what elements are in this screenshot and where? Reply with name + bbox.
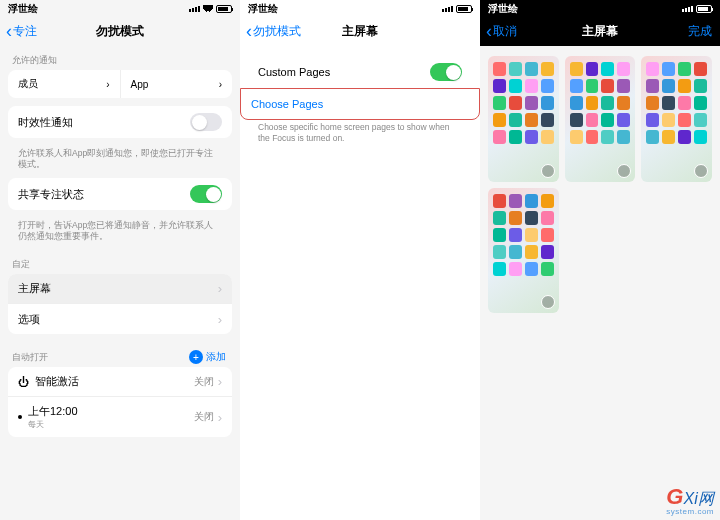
carrier-label: 浮世绘 <box>8 2 38 16</box>
toggle-time-sensitive[interactable] <box>190 113 222 131</box>
cancel-button[interactable]: 取消 <box>486 22 517 40</box>
home-screen-grid <box>480 46 720 323</box>
status-icons <box>189 5 232 13</box>
row-options[interactable]: 选项› <box>8 304 232 334</box>
custom-card: 主屏幕› 选项› <box>8 274 232 334</box>
section-auto-on: 自动打开 +添加 <box>0 342 240 367</box>
home-page-thumb-1[interactable] <box>488 56 559 182</box>
battery-icon <box>216 5 232 13</box>
share-status-desc: 打开时，告诉App您已将通知静音，并允许联系人仍然通知您重要事件。 <box>0 218 240 250</box>
select-circle-icon[interactable] <box>541 164 555 178</box>
custom-pages-card: Custom Pages <box>248 56 472 88</box>
signal-icon <box>442 6 453 12</box>
chevron-right-icon: › <box>218 410 222 425</box>
page-title: 主屏幕 <box>582 23 618 40</box>
row-home-screen[interactable]: 主屏幕› <box>8 274 232 304</box>
page-title: 主屏幕 <box>342 23 378 40</box>
chevron-right-icon: › <box>218 281 222 296</box>
battery-icon <box>456 5 472 13</box>
signal-icon <box>189 6 200 12</box>
nav-header: 专注 勿扰模式 <box>0 16 240 46</box>
share-status-card: 共享专注状态 <box>8 178 232 210</box>
phone-page-picker: 浮世绘 取消 主屏幕 完成 <box>480 0 720 520</box>
row-custom-pages[interactable]: Custom Pages <box>248 56 472 88</box>
status-bar: 浮世绘 <box>240 0 480 16</box>
choose-pages-card-highlighted: Choose Pages <box>240 88 480 120</box>
dot-icon <box>18 415 22 419</box>
row-share-status[interactable]: 共享专注状态 <box>8 178 232 210</box>
wifi-icon <box>203 5 213 13</box>
row-schedule[interactable]: 上午12:00每天 关闭› <box>8 397 232 437</box>
power-icon: ⏻ <box>18 376 29 388</box>
time-sensitive-card: 时效性通知 <box>8 106 232 138</box>
status-icons <box>682 5 712 13</box>
status-icons <box>442 5 472 13</box>
time-sensitive-desc: 允许联系人和App即刻通知您，即使您已打开专注模式。 <box>0 146 240 178</box>
status-bar: 浮世绘 <box>480 0 720 16</box>
toggle-share-status[interactable] <box>190 185 222 203</box>
phone-focus-settings: 浮世绘 专注 勿扰模式 允许的通知 成员› App› 时效性通知 允许联系人和A… <box>0 0 240 520</box>
page-title: 勿扰模式 <box>96 23 144 40</box>
phone-home-screen-settings: 浮世绘 勿扰模式 主屏幕 Custom Pages Choose Pages C… <box>240 0 480 520</box>
chevron-right-icon: › <box>218 374 222 389</box>
home-page-thumb-2[interactable] <box>565 56 636 182</box>
row-members[interactable]: 成员› <box>8 70 121 98</box>
home-page-thumb-3[interactable] <box>641 56 712 182</box>
allowed-card: 成员› App› <box>8 70 232 98</box>
row-smart-activate[interactable]: ⏻智能激活关闭› <box>8 367 232 397</box>
section-allowed-notifications: 允许的通知 <box>0 46 240 70</box>
back-button[interactable]: 勿扰模式 <box>246 22 301 40</box>
select-circle-icon[interactable] <box>541 295 555 309</box>
chevron-right-icon: › <box>218 312 222 327</box>
home-page-thumb-4[interactable] <box>488 188 559 314</box>
select-circle-icon[interactable] <box>694 164 708 178</box>
battery-icon <box>696 5 712 13</box>
add-button[interactable]: +添加 <box>189 350 226 364</box>
row-time-sensitive[interactable]: 时效性通知 <box>8 106 232 138</box>
row-apps[interactable]: App› <box>121 70 233 98</box>
section-custom: 自定 <box>0 250 240 274</box>
picker-header-black: 浮世绘 取消 主屏幕 完成 <box>480 0 720 46</box>
choose-pages-desc: Choose specific home screen pages to sho… <box>240 120 480 152</box>
nav-header: 勿扰模式 主屏幕 <box>240 16 480 46</box>
carrier-label: 浮世绘 <box>488 2 518 16</box>
auto-card: ⏻智能激活关闭› 上午12:00每天 关闭› <box>8 367 232 437</box>
status-bar: 浮世绘 <box>0 0 240 16</box>
done-button[interactable]: 完成 <box>688 23 712 40</box>
carrier-label: 浮世绘 <box>248 2 278 16</box>
chevron-right-icon: › <box>106 79 109 90</box>
nav-header: 取消 主屏幕 完成 <box>480 16 720 46</box>
row-choose-pages[interactable]: Choose Pages <box>241 89 479 119</box>
chevron-right-icon: › <box>219 79 222 90</box>
signal-icon <box>682 6 693 12</box>
toggle-custom-pages[interactable] <box>430 63 462 81</box>
plus-icon: + <box>189 350 203 364</box>
back-button[interactable]: 专注 <box>6 22 37 40</box>
select-circle-icon[interactable] <box>617 164 631 178</box>
